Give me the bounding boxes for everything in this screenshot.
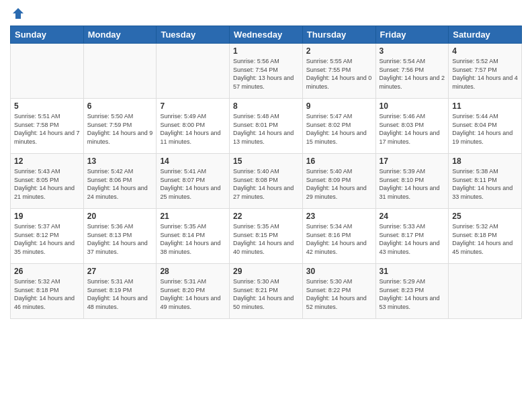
calendar-table: SundayMondayTuesdayWednesdayThursdayFrid… <box>10 26 522 319</box>
header <box>10 7 522 20</box>
day-number: 10 <box>380 101 445 111</box>
calendar-cell: 23Sunrise: 5:34 AM Sunset: 8:16 PM Dayli… <box>302 209 375 264</box>
day-number: 11 <box>452 101 518 111</box>
day-number: 22 <box>233 212 299 221</box>
calendar-cell: 5Sunrise: 5:51 AM Sunset: 7:58 PM Daylig… <box>11 99 84 154</box>
day-number: 31 <box>380 267 445 276</box>
calendar-cell: 15Sunrise: 5:40 AM Sunset: 8:08 PM Dayli… <box>230 154 303 209</box>
cell-info: Sunrise: 5:56 AM Sunset: 7:54 PM Dayligh… <box>233 57 299 91</box>
calendar-cell: 21Sunrise: 5:35 AM Sunset: 8:14 PM Dayli… <box>157 209 230 264</box>
day-number: 17 <box>380 156 445 166</box>
cell-info: Sunrise: 5:32 AM Sunset: 8:18 PM Dayligh… <box>452 222 518 256</box>
weekday-tuesday: Tuesday <box>157 26 230 44</box>
day-number: 25 <box>452 212 518 221</box>
calendar-cell <box>83 44 157 99</box>
week-row-5: 26Sunrise: 5:32 AM Sunset: 8:18 PM Dayli… <box>11 264 522 319</box>
day-number: 14 <box>160 156 226 166</box>
week-row-1: 1Sunrise: 5:56 AM Sunset: 7:54 PM Daylig… <box>11 44 522 99</box>
weekday-sunday: Sunday <box>11 26 84 44</box>
day-number: 4 <box>452 46 518 56</box>
day-number: 13 <box>87 156 153 166</box>
weekday-friday: Friday <box>375 26 449 44</box>
calendar-cell: 28Sunrise: 5:31 AM Sunset: 8:20 PM Dayli… <box>157 264 230 319</box>
cell-info: Sunrise: 5:30 AM Sunset: 8:22 PM Dayligh… <box>306 277 372 311</box>
calendar-cell: 6Sunrise: 5:50 AM Sunset: 7:59 PM Daylig… <box>83 99 157 154</box>
cell-info: Sunrise: 5:38 AM Sunset: 8:11 PM Dayligh… <box>452 167 518 201</box>
day-number: 12 <box>14 156 80 166</box>
cell-info: Sunrise: 5:29 AM Sunset: 8:23 PM Dayligh… <box>380 277 445 311</box>
calendar-cell: 27Sunrise: 5:31 AM Sunset: 8:19 PM Dayli… <box>83 264 157 319</box>
logo-icon <box>11 7 25 20</box>
calendar-cell: 9Sunrise: 5:47 AM Sunset: 8:02 PM Daylig… <box>302 99 375 154</box>
calendar-cell: 3Sunrise: 5:54 AM Sunset: 7:56 PM Daylig… <box>375 44 449 99</box>
weekday-wednesday: Wednesday <box>230 26 303 44</box>
calendar-cell: 22Sunrise: 5:35 AM Sunset: 8:15 PM Dayli… <box>230 209 303 264</box>
day-number: 19 <box>14 212 80 221</box>
week-row-3: 12Sunrise: 5:43 AM Sunset: 8:05 PM Dayli… <box>11 154 522 209</box>
calendar-cell: 1Sunrise: 5:56 AM Sunset: 7:54 PM Daylig… <box>230 44 303 99</box>
cell-info: Sunrise: 5:47 AM Sunset: 8:02 PM Dayligh… <box>306 112 372 146</box>
day-number: 28 <box>160 267 226 276</box>
calendar-cell: 24Sunrise: 5:33 AM Sunset: 8:17 PM Dayli… <box>375 209 449 264</box>
cell-info: Sunrise: 5:55 AM Sunset: 7:55 PM Dayligh… <box>306 57 372 91</box>
calendar-cell <box>157 44 230 99</box>
calendar-cell: 10Sunrise: 5:46 AM Sunset: 8:03 PM Dayli… <box>375 99 449 154</box>
cell-info: Sunrise: 5:51 AM Sunset: 7:58 PM Dayligh… <box>14 112 80 146</box>
cell-info: Sunrise: 5:44 AM Sunset: 8:04 PM Dayligh… <box>452 112 518 146</box>
logo <box>10 7 25 20</box>
calendar-cell: 13Sunrise: 5:42 AM Sunset: 8:06 PM Dayli… <box>83 154 157 209</box>
day-number: 27 <box>87 267 153 276</box>
day-number: 29 <box>233 267 299 276</box>
day-number: 8 <box>233 101 299 111</box>
cell-info: Sunrise: 5:34 AM Sunset: 8:16 PM Dayligh… <box>306 222 372 256</box>
calendar-cell: 26Sunrise: 5:32 AM Sunset: 8:18 PM Dayli… <box>11 264 84 319</box>
cell-info: Sunrise: 5:31 AM Sunset: 8:19 PM Dayligh… <box>87 277 153 311</box>
day-number: 21 <box>160 212 226 221</box>
day-number: 3 <box>380 46 445 56</box>
cell-info: Sunrise: 5:33 AM Sunset: 8:17 PM Dayligh… <box>380 222 445 256</box>
calendar-cell: 4Sunrise: 5:52 AM Sunset: 7:57 PM Daylig… <box>449 44 522 99</box>
cell-info: Sunrise: 5:32 AM Sunset: 8:18 PM Dayligh… <box>14 277 80 311</box>
day-number: 16 <box>306 156 372 166</box>
cell-info: Sunrise: 5:35 AM Sunset: 8:15 PM Dayligh… <box>233 222 299 256</box>
day-number: 18 <box>452 156 518 166</box>
weekday-saturday: Saturday <box>449 26 522 44</box>
calendar-cell: 14Sunrise: 5:41 AM Sunset: 8:07 PM Dayli… <box>157 154 230 209</box>
day-number: 2 <box>306 46 372 56</box>
calendar-cell: 8Sunrise: 5:48 AM Sunset: 8:01 PM Daylig… <box>230 99 303 154</box>
calendar-cell: 30Sunrise: 5:30 AM Sunset: 8:22 PM Dayli… <box>302 264 375 319</box>
cell-info: Sunrise: 5:41 AM Sunset: 8:07 PM Dayligh… <box>160 167 226 201</box>
calendar-cell: 16Sunrise: 5:40 AM Sunset: 8:09 PM Dayli… <box>302 154 375 209</box>
cell-info: Sunrise: 5:50 AM Sunset: 7:59 PM Dayligh… <box>87 112 153 146</box>
calendar-cell <box>11 44 84 99</box>
cell-info: Sunrise: 5:54 AM Sunset: 7:56 PM Dayligh… <box>380 57 445 91</box>
cell-info: Sunrise: 5:52 AM Sunset: 7:57 PM Dayligh… <box>452 57 518 91</box>
cell-info: Sunrise: 5:37 AM Sunset: 8:12 PM Dayligh… <box>14 222 80 256</box>
cell-info: Sunrise: 5:46 AM Sunset: 8:03 PM Dayligh… <box>380 112 445 146</box>
cell-info: Sunrise: 5:31 AM Sunset: 8:20 PM Dayligh… <box>160 277 226 311</box>
calendar-cell <box>449 264 522 319</box>
day-number: 15 <box>233 156 299 166</box>
calendar-cell: 17Sunrise: 5:39 AM Sunset: 8:10 PM Dayli… <box>375 154 449 209</box>
calendar-cell: 2Sunrise: 5:55 AM Sunset: 7:55 PM Daylig… <box>302 44 375 99</box>
day-number: 26 <box>14 267 80 276</box>
calendar-container: SundayMondayTuesdayWednesdayThursdayFrid… <box>0 0 532 411</box>
cell-info: Sunrise: 5:40 AM Sunset: 8:08 PM Dayligh… <box>233 167 299 201</box>
day-number: 7 <box>160 101 226 111</box>
weekday-thursday: Thursday <box>302 26 375 44</box>
calendar-cell: 25Sunrise: 5:32 AM Sunset: 8:18 PM Dayli… <box>449 209 522 264</box>
calendar-cell: 12Sunrise: 5:43 AM Sunset: 8:05 PM Dayli… <box>11 154 84 209</box>
day-number: 1 <box>233 46 299 56</box>
calendar-cell: 20Sunrise: 5:36 AM Sunset: 8:13 PM Dayli… <box>83 209 157 264</box>
cell-info: Sunrise: 5:43 AM Sunset: 8:05 PM Dayligh… <box>14 167 80 201</box>
calendar-cell: 29Sunrise: 5:30 AM Sunset: 8:21 PM Dayli… <box>230 264 303 319</box>
cell-info: Sunrise: 5:39 AM Sunset: 8:10 PM Dayligh… <box>380 167 445 201</box>
calendar-cell: 7Sunrise: 5:49 AM Sunset: 8:00 PM Daylig… <box>157 99 230 154</box>
week-row-2: 5Sunrise: 5:51 AM Sunset: 7:58 PM Daylig… <box>11 99 522 154</box>
cell-info: Sunrise: 5:42 AM Sunset: 8:06 PM Dayligh… <box>87 167 153 201</box>
day-number: 20 <box>87 212 153 221</box>
svg-marker-0 <box>13 8 24 19</box>
cell-info: Sunrise: 5:30 AM Sunset: 8:21 PM Dayligh… <box>233 277 299 311</box>
weekday-monday: Monday <box>83 26 157 44</box>
cell-info: Sunrise: 5:40 AM Sunset: 8:09 PM Dayligh… <box>306 167 372 201</box>
